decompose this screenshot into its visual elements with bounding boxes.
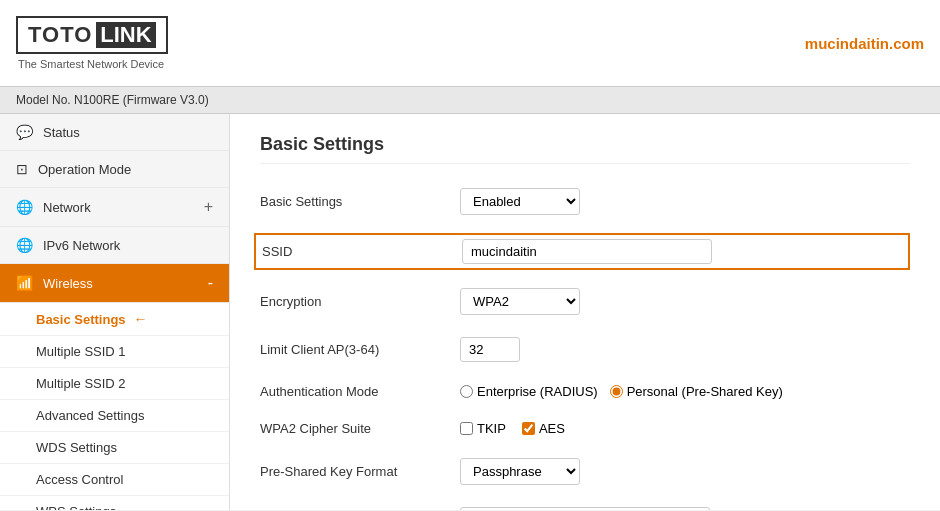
model-text: Model No. N100RE (Firmware V3.0) <box>16 93 209 107</box>
logo-box: TOTO LINK <box>16 16 168 54</box>
encryption-select[interactable]: None WEP WPA WPA2 WPA/WPA2 <box>460 288 580 315</box>
access-control-label: Access Control <box>36 472 123 487</box>
auth-enterprise-radio[interactable] <box>460 385 473 398</box>
logo-link: LINK <box>96 22 155 48</box>
sidebar-item-basic-settings[interactable]: Basic Settings ← <box>0 303 229 336</box>
ssid-label: SSID <box>262 244 462 259</box>
cipher-tkip-checkbox[interactable] <box>460 422 473 435</box>
multiple-ssid-2-label: Multiple SSID 2 <box>36 376 126 391</box>
auth-personal-label: Personal (Pre-Shared Key) <box>627 384 783 399</box>
psk-input[interactable] <box>460 507 710 510</box>
network-expand-icon: + <box>204 198 213 216</box>
network-icon: 🌐 <box>16 199 33 215</box>
sidebar-item-multiple-ssid-1[interactable]: Multiple SSID 1 <box>0 336 229 368</box>
limit-client-input[interactable] <box>460 337 520 362</box>
logo-toto: TOTO <box>28 22 92 48</box>
sidebar-item-advanced-settings[interactable]: Advanced Settings <box>0 400 229 432</box>
arrow-icon: ← <box>134 311 148 327</box>
model-bar: Model No. N100RE (Firmware V3.0) <box>0 87 940 114</box>
cipher-suite-control: TKIP AES <box>460 421 910 436</box>
psk-format-label: Pre-Shared Key Format <box>260 464 460 479</box>
sidebar-label-status: Status <box>43 125 80 140</box>
psk-format-select[interactable]: Passphrase Hex <box>460 458 580 485</box>
sidebar-item-access-control[interactable]: Access Control <box>0 464 229 496</box>
status-icon: 💬 <box>16 124 33 140</box>
cipher-tkip-item: TKIP <box>460 421 506 436</box>
sidebar-label-operation-mode: Operation Mode <box>38 162 131 177</box>
limit-client-label: Limit Client AP(3-64) <box>260 342 460 357</box>
page-title: Basic Settings <box>260 134 910 164</box>
cipher-aes-checkbox[interactable] <box>522 422 535 435</box>
auth-personal-item: Personal (Pre-Shared Key) <box>610 384 783 399</box>
header: TOTO LINK The Smartest Network Device mu… <box>0 0 940 87</box>
sidebar-item-multiple-ssid-2[interactable]: Multiple SSID 2 <box>0 368 229 400</box>
limit-client-row: Limit Client AP(3-64) <box>260 333 910 366</box>
auth-mode-radio-group: Enterprise (RADIUS) Personal (Pre-Shared… <box>460 384 910 399</box>
auth-mode-row: Authentication Mode Enterprise (RADIUS) … <box>260 380 910 403</box>
sidebar-label-ipv6: IPv6 Network <box>43 238 120 253</box>
ssid-control <box>462 239 902 264</box>
header-brand: mucindaitin.com <box>805 35 924 52</box>
encryption-label: Encryption <box>260 294 460 309</box>
advanced-settings-label: Advanced Settings <box>36 408 144 423</box>
auth-mode-label: Authentication Mode <box>260 384 460 399</box>
sidebar-item-wds-settings[interactable]: WDS Settings <box>0 432 229 464</box>
wireless-collapse-icon: - <box>208 274 213 292</box>
cipher-tkip-label: TKIP <box>477 421 506 436</box>
sidebar-label-wireless: Wireless <box>43 276 93 291</box>
ipv6-icon: 🌐 <box>16 237 33 253</box>
psk-format-control: Passphrase Hex <box>460 458 910 485</box>
psk-format-row: Pre-Shared Key Format Passphrase Hex <box>260 454 910 489</box>
ssid-row: SSID <box>254 233 910 270</box>
sidebar-item-operation-mode[interactable]: ⊡ Operation Mode <box>0 151 229 188</box>
psk-row: Pre-Shared Key <box>260 503 910 510</box>
cipher-checkbox-group: TKIP AES <box>460 421 910 436</box>
auth-enterprise-item: Enterprise (RADIUS) <box>460 384 598 399</box>
encryption-row: Encryption None WEP WPA WPA2 WPA/WPA2 <box>260 284 910 319</box>
sidebar-item-status[interactable]: 💬 Status <box>0 114 229 151</box>
basic-settings-control: Enabled Disabled <box>460 188 910 215</box>
sidebar-item-wps-settings[interactable]: WPS Settings <box>0 496 229 510</box>
wds-settings-label: WDS Settings <box>36 440 117 455</box>
basic-settings-field-label: Basic Settings <box>260 194 460 209</box>
cipher-aes-item: AES <box>522 421 565 436</box>
basic-settings-label: Basic Settings <box>36 312 126 327</box>
multiple-ssid-1-label: Multiple SSID 1 <box>36 344 126 359</box>
sidebar: 💬 Status ⊡ Operation Mode 🌐 Network + 🌐 … <box>0 114 230 510</box>
auth-mode-control: Enterprise (RADIUS) Personal (Pre-Shared… <box>460 384 910 399</box>
sidebar-item-network[interactable]: 🌐 Network + <box>0 188 229 227</box>
basic-settings-row: Basic Settings Enabled Disabled <box>260 184 910 219</box>
ssid-input[interactable] <box>462 239 712 264</box>
auth-enterprise-label: Enterprise (RADIUS) <box>477 384 598 399</box>
basic-settings-select[interactable]: Enabled Disabled <box>460 188 580 215</box>
limit-client-control <box>460 337 910 362</box>
psk-control <box>460 507 910 510</box>
cipher-suite-label: WPA2 Cipher Suite <box>260 421 460 436</box>
wps-settings-label: WPS Settings <box>36 504 116 510</box>
content-area: Basic Settings Basic Settings Enabled Di… <box>230 114 940 510</box>
logo-tagline: The Smartest Network Device <box>18 58 168 70</box>
cipher-suite-row: WPA2 Cipher Suite TKIP AES <box>260 417 910 440</box>
operation-mode-icon: ⊡ <box>16 161 28 177</box>
main-layout: 💬 Status ⊡ Operation Mode 🌐 Network + 🌐 … <box>0 114 940 510</box>
sidebar-label-network: Network <box>43 200 91 215</box>
logo-container: TOTO LINK The Smartest Network Device <box>16 16 168 70</box>
sidebar-item-wireless[interactable]: 📶 Wireless - <box>0 264 229 303</box>
encryption-control: None WEP WPA WPA2 WPA/WPA2 <box>460 288 910 315</box>
sidebar-submenu-wireless: Basic Settings ← Multiple SSID 1 Multipl… <box>0 303 229 510</box>
sidebar-item-ipv6[interactable]: 🌐 IPv6 Network <box>0 227 229 264</box>
auth-personal-radio[interactable] <box>610 385 623 398</box>
cipher-aes-label: AES <box>539 421 565 436</box>
wireless-icon: 📶 <box>16 275 33 291</box>
